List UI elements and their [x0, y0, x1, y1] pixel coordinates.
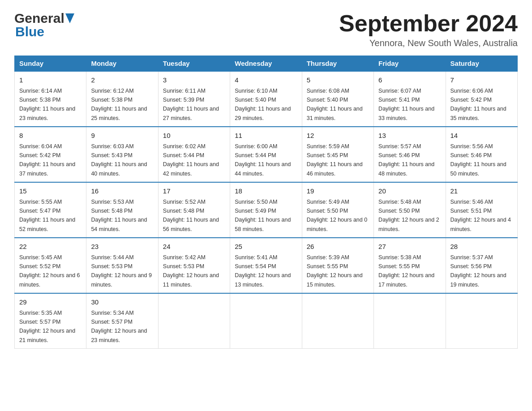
calendar-day-cell: 27 Sunrise: 5:38 AMSunset: 5:55 PMDaylig… — [374, 238, 446, 293]
day-info: Sunrise: 5:34 AMSunset: 5:57 PMDaylight:… — [91, 310, 147, 343]
day-info: Sunrise: 6:12 AMSunset: 5:38 PMDaylight:… — [91, 88, 147, 121]
calendar-day-cell: 3 Sunrise: 6:11 AMSunset: 5:39 PMDayligh… — [158, 71, 230, 127]
calendar-day-cell: 25 Sunrise: 5:41 AMSunset: 5:54 PMDaylig… — [230, 238, 302, 293]
day-info: Sunrise: 5:49 AMSunset: 5:50 PMDaylight:… — [307, 199, 368, 232]
calendar-day-cell: 16 Sunrise: 5:53 AMSunset: 5:48 PMDaylig… — [86, 182, 158, 238]
svg-marker-0 — [65, 13, 74, 23]
logo-general: General — [14, 11, 64, 26]
day-number: 4 — [235, 75, 297, 86]
day-info: Sunrise: 6:06 AMSunset: 5:42 PMDaylight:… — [450, 88, 506, 121]
day-number: 20 — [378, 186, 441, 197]
day-info: Sunrise: 6:02 AMSunset: 5:44 PMDaylight:… — [163, 143, 219, 177]
page-header: General Blue September 2024 Yennora, New… — [14, 11, 518, 48]
day-info: Sunrise: 5:35 AMSunset: 5:57 PMDaylight:… — [19, 310, 75, 343]
day-info: Sunrise: 5:52 AMSunset: 5:48 PMDaylight:… — [163, 199, 219, 232]
day-info: Sunrise: 5:55 AMSunset: 5:47 PMDaylight:… — [19, 199, 75, 232]
calendar-day-cell: 30 Sunrise: 5:34 AMSunset: 5:57 PMDaylig… — [86, 293, 158, 349]
calendar-table: SundayMondayTuesdayWednesdayThursdayFrid… — [14, 56, 518, 349]
calendar-week-row: 22 Sunrise: 5:45 AMSunset: 5:52 PMDaylig… — [15, 238, 518, 293]
calendar-week-row: 15 Sunrise: 5:55 AMSunset: 5:47 PMDaylig… — [15, 182, 518, 238]
calendar-day-cell — [158, 293, 230, 349]
day-info: Sunrise: 5:38 AMSunset: 5:55 PMDaylight:… — [378, 254, 434, 288]
day-info: Sunrise: 6:03 AMSunset: 5:43 PMDaylight:… — [91, 143, 147, 177]
calendar-week-row: 8 Sunrise: 6:04 AMSunset: 5:42 PMDayligh… — [15, 127, 518, 182]
weekday-header: Wednesday — [230, 56, 302, 72]
day-number: 28 — [450, 242, 513, 252]
day-info: Sunrise: 5:57 AMSunset: 5:46 PMDaylight:… — [378, 143, 434, 177]
day-info: Sunrise: 5:46 AMSunset: 5:51 PMDaylight:… — [450, 199, 511, 232]
day-info: Sunrise: 5:42 AMSunset: 5:53 PMDaylight:… — [163, 254, 219, 288]
calendar-day-cell: 5 Sunrise: 6:08 AMSunset: 5:40 PMDayligh… — [302, 71, 373, 127]
weekday-header: Monday — [86, 56, 158, 72]
day-number: 7 — [450, 75, 513, 86]
day-number: 1 — [19, 75, 82, 86]
calendar-day-cell: 12 Sunrise: 5:59 AMSunset: 5:45 PMDaylig… — [302, 127, 373, 182]
day-info: Sunrise: 6:04 AMSunset: 5:42 PMDaylight:… — [19, 143, 75, 177]
calendar-day-cell: 8 Sunrise: 6:04 AMSunset: 5:42 PMDayligh… — [15, 127, 86, 182]
day-number: 15 — [19, 186, 82, 197]
day-info: Sunrise: 5:50 AMSunset: 5:49 PMDaylight:… — [235, 199, 291, 232]
day-number: 23 — [91, 242, 153, 252]
day-info: Sunrise: 6:08 AMSunset: 5:40 PMDaylight:… — [307, 88, 363, 121]
weekday-header: Tuesday — [158, 56, 230, 72]
calendar-day-cell: 28 Sunrise: 5:37 AMSunset: 5:56 PMDaylig… — [446, 238, 517, 293]
calendar-day-cell: 21 Sunrise: 5:46 AMSunset: 5:51 PMDaylig… — [446, 182, 517, 238]
weekday-header: Thursday — [302, 56, 373, 72]
day-number: 6 — [378, 75, 441, 86]
title-area: September 2024 Yennora, New South Wales,… — [339, 11, 518, 48]
day-number: 9 — [91, 131, 153, 141]
day-number: 3 — [163, 75, 225, 86]
day-info: Sunrise: 6:07 AMSunset: 5:41 PMDaylight:… — [378, 88, 434, 121]
calendar-day-cell: 11 Sunrise: 6:00 AMSunset: 5:44 PMDaylig… — [230, 127, 302, 182]
day-number: 10 — [163, 131, 225, 141]
day-info: Sunrise: 5:45 AMSunset: 5:52 PMDaylight:… — [19, 254, 80, 288]
calendar-day-cell — [230, 293, 302, 349]
day-number: 5 — [307, 75, 369, 86]
day-number: 21 — [450, 186, 513, 197]
day-info: Sunrise: 5:37 AMSunset: 5:56 PMDaylight:… — [450, 254, 506, 288]
day-number: 29 — [19, 297, 82, 308]
calendar-day-cell: 29 Sunrise: 5:35 AMSunset: 5:57 PMDaylig… — [15, 293, 86, 349]
day-number: 2 — [91, 75, 153, 86]
weekday-header: Sunday — [15, 56, 86, 72]
logo: General Blue — [14, 11, 74, 39]
calendar-day-cell: 26 Sunrise: 5:39 AMSunset: 5:55 PMDaylig… — [302, 238, 373, 293]
day-number: 11 — [235, 131, 297, 141]
day-number: 18 — [235, 186, 297, 197]
calendar-week-row: 29 Sunrise: 5:35 AMSunset: 5:57 PMDaylig… — [15, 293, 518, 349]
calendar-day-cell: 9 Sunrise: 6:03 AMSunset: 5:43 PMDayligh… — [86, 127, 158, 182]
day-number: 13 — [378, 131, 441, 141]
day-number: 30 — [91, 297, 153, 308]
calendar-day-cell: 22 Sunrise: 5:45 AMSunset: 5:52 PMDaylig… — [15, 238, 86, 293]
calendar-day-cell: 6 Sunrise: 6:07 AMSunset: 5:41 PMDayligh… — [374, 71, 446, 127]
day-number: 19 — [307, 186, 369, 197]
day-number: 17 — [163, 186, 225, 197]
day-info: Sunrise: 5:44 AMSunset: 5:53 PMDaylight:… — [91, 254, 152, 288]
day-info: Sunrise: 5:59 AMSunset: 5:45 PMDaylight:… — [307, 143, 363, 177]
calendar-day-cell: 10 Sunrise: 6:02 AMSunset: 5:44 PMDaylig… — [158, 127, 230, 182]
calendar-day-cell: 15 Sunrise: 5:55 AMSunset: 5:47 PMDaylig… — [15, 182, 86, 238]
calendar-day-cell: 2 Sunrise: 6:12 AMSunset: 5:38 PMDayligh… — [86, 71, 158, 127]
calendar-day-cell: 13 Sunrise: 5:57 AMSunset: 5:46 PMDaylig… — [374, 127, 446, 182]
day-number: 12 — [307, 131, 369, 141]
calendar-day-cell — [374, 293, 446, 349]
day-info: Sunrise: 5:56 AMSunset: 5:46 PMDaylight:… — [450, 143, 506, 177]
day-number: 22 — [19, 242, 82, 252]
page-subtitle: Yennora, New South Wales, Australia — [339, 38, 518, 48]
calendar-day-cell: 1 Sunrise: 6:14 AMSunset: 5:38 PMDayligh… — [15, 71, 86, 127]
day-number: 26 — [307, 242, 369, 252]
calendar-day-cell: 7 Sunrise: 6:06 AMSunset: 5:42 PMDayligh… — [446, 71, 517, 127]
calendar-day-cell: 19 Sunrise: 5:49 AMSunset: 5:50 PMDaylig… — [302, 182, 373, 238]
day-info: Sunrise: 6:14 AMSunset: 5:38 PMDaylight:… — [19, 88, 75, 121]
logo-icon — [65, 13, 74, 23]
day-number: 24 — [163, 242, 225, 252]
calendar-header-row: SundayMondayTuesdayWednesdayThursdayFrid… — [15, 56, 518, 72]
calendar-week-row: 1 Sunrise: 6:14 AMSunset: 5:38 PMDayligh… — [15, 71, 518, 127]
day-number: 27 — [378, 242, 441, 252]
calendar-day-cell: 20 Sunrise: 5:48 AMSunset: 5:50 PMDaylig… — [374, 182, 446, 238]
day-info: Sunrise: 6:00 AMSunset: 5:44 PMDaylight:… — [235, 143, 291, 177]
day-number: 14 — [450, 131, 513, 141]
day-info: Sunrise: 5:41 AMSunset: 5:54 PMDaylight:… — [235, 254, 291, 288]
calendar-day-cell: 17 Sunrise: 5:52 AMSunset: 5:48 PMDaylig… — [158, 182, 230, 238]
day-info: Sunrise: 5:48 AMSunset: 5:50 PMDaylight:… — [378, 199, 439, 232]
